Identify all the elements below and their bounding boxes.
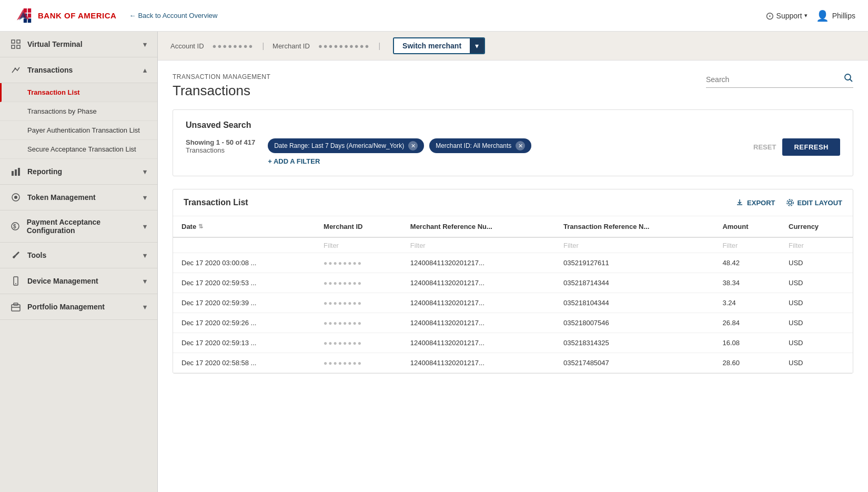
main-layout: Virtual Terminal Transactions Transactio… xyxy=(0,32,868,492)
logo-flag-icon xyxy=(13,8,34,23)
transactions-chevron-icon xyxy=(143,66,147,74)
col-merchant-ref: Merchant Reference Nu... xyxy=(402,216,555,237)
filter-currency[interactable]: Filter xyxy=(780,237,853,253)
edit-layout-button[interactable]: EDIT LAYOUT xyxy=(786,198,842,207)
unsaved-search-section: Unsaved Search Showing 1 - 50 of 417 Tra… xyxy=(173,109,853,176)
separator-1: | xyxy=(262,42,264,50)
cell-date: Dec 17 2020 02:59:13 ... xyxy=(173,333,315,353)
export-button[interactable]: EXPORT xyxy=(735,198,775,207)
svg-point-22 xyxy=(15,283,16,284)
filter-merchant-ref[interactable]: Filter xyxy=(402,237,555,253)
search-icon[interactable] xyxy=(844,73,853,85)
reporting-chevron-icon xyxy=(143,168,147,176)
gear-icon xyxy=(786,198,794,207)
add-filter-label: + ADD A FILTER xyxy=(268,157,320,165)
filter-amount[interactable]: Filter xyxy=(714,237,780,253)
showing-count: Showing 1 - 50 of 417 xyxy=(186,138,255,146)
date-range-label: Date Range: Last 7 Days (America/New_Yor… xyxy=(274,142,404,149)
col-amount: Amount xyxy=(714,216,780,237)
refresh-button[interactable]: REFRESH xyxy=(782,138,840,156)
table-row[interactable]: Dec 17 2020 02:59:26 ... ●●●●●●●● 124008… xyxy=(173,313,853,333)
reset-button[interactable]: RESET xyxy=(753,143,776,151)
portfolio-icon xyxy=(11,302,21,312)
table-row[interactable]: Dec 17 2020 02:59:39 ... ●●●●●●●● 124008… xyxy=(173,293,853,313)
cell-date: Dec 17 2020 02:58:58 ... xyxy=(173,353,315,373)
svg-rect-4 xyxy=(28,13,31,17)
back-to-overview-link[interactable]: ← Back to Account Overview xyxy=(129,12,217,19)
svg-point-28 xyxy=(789,201,792,204)
filter-merchant-id[interactable]: Filter xyxy=(315,237,402,253)
sidebar-item-transactions-by-phase[interactable]: Transactions by Phase xyxy=(0,102,157,121)
back-arrow-icon: ← xyxy=(129,12,136,19)
sidebar-item-virtual-terminal[interactable]: Virtual Terminal xyxy=(0,32,157,57)
filter-transaction-ref[interactable]: Filter xyxy=(555,237,714,253)
nav-left: BANK OF AMERICA ← Back to Account Overvi… xyxy=(13,8,217,23)
sidebar-item-secure-acceptance-list[interactable]: Secure Acceptance Transaction List xyxy=(0,140,157,159)
reporting-icon xyxy=(11,166,21,177)
grid-icon xyxy=(11,39,21,49)
filter-date xyxy=(173,237,315,253)
col-currency: Currency xyxy=(780,216,853,237)
filter-chips-area: Date Range: Last 7 Days (America/New_Yor… xyxy=(268,138,745,165)
sidebar-item-tools[interactable]: Tools xyxy=(0,243,157,268)
svg-rect-23 xyxy=(12,305,20,311)
support-button[interactable]: ⊙ Support ▾ xyxy=(765,9,808,22)
title-row: Transaction Management Transactions xyxy=(173,73,853,109)
svg-rect-2 xyxy=(28,8,31,13)
sidebar-item-transaction-list[interactable]: Transaction List xyxy=(0,83,157,102)
col-merchant-id: Merchant ID xyxy=(315,216,402,237)
cell-merchant-ref: 124008411320201217... xyxy=(402,353,555,373)
user-menu-button[interactable]: 👤 Phillips xyxy=(816,9,855,22)
search-box[interactable] xyxy=(706,73,853,88)
merchant-id-filter-chip[interactable]: Merchant ID: All Merchants ✕ xyxy=(429,138,531,153)
sidebar-item-reporting[interactable]: Reporting xyxy=(0,159,157,185)
merchant-id-remove-icon[interactable]: ✕ xyxy=(516,141,525,150)
sidebar-token-label: Token Management xyxy=(27,193,96,202)
token-icon xyxy=(11,192,21,203)
transaction-table-body: Dec 17 2020 03:00:08 ... ●●●●●●●● 124008… xyxy=(173,253,853,373)
svg-point-18 xyxy=(14,196,17,199)
cell-merchant-ref: 124008411320201217... xyxy=(402,313,555,333)
cell-amount: 26.84 xyxy=(714,313,780,333)
table-row[interactable]: Dec 17 2020 02:58:58 ... ●●●●●●●● 124008… xyxy=(173,353,853,373)
svg-rect-14 xyxy=(12,171,14,176)
svg-point-26 xyxy=(845,74,851,80)
export-label: EXPORT xyxy=(747,199,775,207)
sidebar-transactions-label: Transactions xyxy=(27,66,73,74)
table-row[interactable]: Dec 17 2020 03:00:08 ... ●●●●●●●● 124008… xyxy=(173,253,853,273)
switch-merchant-arrow-icon: ▾ xyxy=(470,38,484,53)
payer-auth-list-label: Payer Authentication Transaction List xyxy=(27,126,140,134)
switch-merchant-button[interactable]: Switch merchant ▾ xyxy=(393,37,485,54)
sidebar-item-payer-auth-list[interactable]: Payer Authentication Transaction List xyxy=(0,121,157,140)
portfolio-chevron-icon xyxy=(143,303,147,311)
table-row[interactable]: Dec 17 2020 02:59:53 ... ●●●●●●●● 124008… xyxy=(173,273,853,293)
sidebar-item-transactions[interactable]: Transactions xyxy=(0,57,157,83)
svg-rect-16 xyxy=(18,168,20,176)
date-range-filter-chip[interactable]: Date Range: Last 7 Days (America/New_Yor… xyxy=(268,138,424,153)
sidebar-item-portfolio-management[interactable]: Portfolio Management xyxy=(0,294,157,320)
cell-merchant-id: ●●●●●●●● xyxy=(315,353,402,373)
transaction-list-actions: EXPORT EDIT LAYOUT xyxy=(735,198,842,207)
sidebar-tools-label: Tools xyxy=(27,251,46,259)
search-input[interactable] xyxy=(706,75,840,84)
sidebar-item-payment-acceptance[interactable]: $ Payment Acceptance Configuration xyxy=(0,210,157,243)
transaction-list-title: Transaction List xyxy=(184,198,248,207)
cell-currency: USD xyxy=(780,253,853,273)
token-chevron-icon xyxy=(143,194,147,202)
svg-rect-12 xyxy=(17,45,20,48)
cell-merchant-id: ●●●●●●●● xyxy=(315,273,402,293)
table-row[interactable]: Dec 17 2020 02:59:13 ... ●●●●●●●● 124008… xyxy=(173,333,853,353)
page-title: Transactions xyxy=(173,83,270,99)
support-label: Support xyxy=(776,12,802,20)
sidebar-item-token-management[interactable]: Token Management xyxy=(0,185,157,210)
sidebar-item-device-management[interactable]: Device Management xyxy=(0,268,157,294)
cell-merchant-id: ●●●●●●●● xyxy=(315,333,402,353)
cell-transaction-ref: 035217485047 xyxy=(555,353,714,373)
date-range-remove-icon[interactable]: ✕ xyxy=(408,141,418,150)
cell-transaction-ref: 035219127611 xyxy=(555,253,714,273)
add-filter-button[interactable]: + ADD A FILTER xyxy=(268,157,745,165)
cell-merchant-ref: 124008411320201217... xyxy=(402,253,555,273)
date-sort-icon[interactable]: ⇅ xyxy=(198,223,203,230)
logo: BANK OF AMERICA xyxy=(13,8,116,23)
cell-currency: USD xyxy=(780,313,853,333)
